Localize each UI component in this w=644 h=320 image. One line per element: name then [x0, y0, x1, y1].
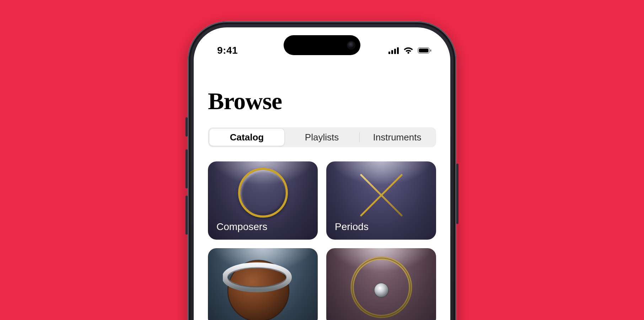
asterisk-icon	[351, 165, 412, 225]
card-label: Composers	[216, 221, 267, 233]
cellular-icon	[388, 47, 399, 54]
tab-playlists[interactable]: Playlists	[284, 129, 359, 146]
card-row2-left[interactable]	[208, 248, 318, 320]
side-button-volume-up	[186, 149, 188, 188]
tab-catalog[interactable]: Catalog	[209, 129, 284, 146]
drum-icon	[223, 252, 294, 320]
tab-instruments[interactable]: Instruments	[360, 129, 435, 146]
camera-icon	[347, 41, 355, 49]
gong-icon	[348, 252, 415, 319]
phone-frame: 9:41	[188, 21, 456, 320]
page-title: Browse	[208, 87, 436, 115]
svg-rect-1	[391, 50, 393, 54]
battery-icon	[418, 47, 432, 54]
svg-rect-3	[397, 47, 399, 54]
svg-rect-5	[419, 49, 429, 53]
page-content: Browse Catalog Playlists Instruments Com…	[194, 77, 450, 320]
side-button-silence	[186, 117, 188, 137]
phone-screen: 9:41	[194, 27, 450, 320]
segmented-control[interactable]: Catalog Playlists Instruments	[208, 127, 436, 147]
card-composers[interactable]: Composers	[208, 161, 318, 240]
side-button-power	[456, 164, 458, 224]
card-row2-right[interactable]	[326, 248, 436, 320]
dynamic-island	[284, 35, 360, 55]
status-time: 9:41	[217, 45, 238, 56]
side-button-volume-down	[186, 196, 188, 235]
svg-rect-2	[394, 49, 396, 54]
card-label: Periods	[335, 221, 369, 233]
card-periods[interactable]: Periods	[326, 161, 436, 240]
category-grid: Composers	[208, 161, 436, 320]
svg-rect-0	[388, 52, 390, 54]
svg-rect-6	[430, 49, 431, 52]
wifi-icon	[403, 47, 413, 54]
ring-icon	[238, 168, 288, 218]
status-icons	[388, 47, 432, 54]
